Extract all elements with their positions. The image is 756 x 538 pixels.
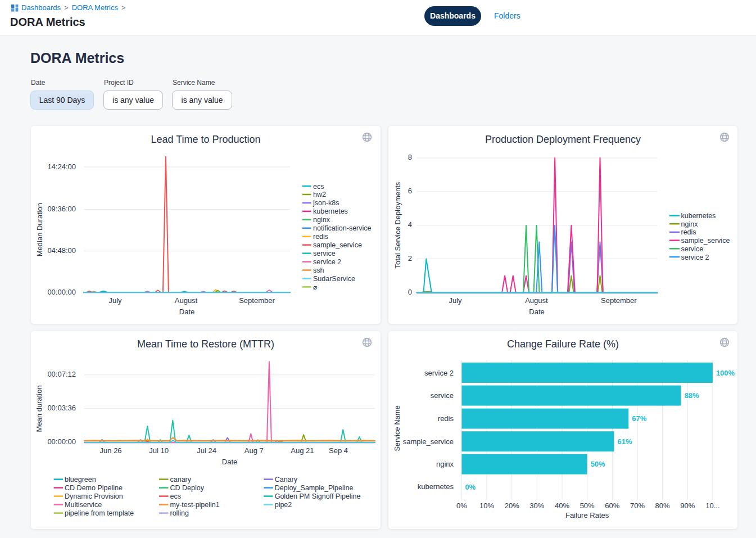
svg-text:ssh: ssh: [313, 266, 324, 274]
svg-text:service 2: service 2: [424, 369, 454, 377]
svg-text:CD Demo Pipeline: CD Demo Pipeline: [65, 484, 123, 492]
svg-text:service 2: service 2: [313, 258, 341, 266]
svg-text:Sep 4: Sep 4: [329, 446, 348, 455]
svg-text:service: service: [313, 250, 336, 257]
svg-text:40%: 40%: [555, 501, 569, 510]
svg-text:04:48:00: 04:48:00: [47, 246, 76, 255]
svg-text:service 2: service 2: [681, 254, 709, 261]
svg-text:canary: canary: [170, 476, 192, 483]
svg-text:redis: redis: [313, 233, 328, 241]
svg-text:August: August: [175, 296, 198, 305]
svg-text:67%: 67%: [632, 414, 646, 423]
svg-text:20%: 20%: [505, 501, 519, 510]
svg-text:Aug 7: Aug 7: [245, 446, 264, 455]
svg-text:Total Service Deployments: Total Service Deployments: [393, 182, 402, 268]
svg-text:redis: redis: [438, 414, 454, 423]
svg-text:Date: Date: [179, 308, 194, 316]
svg-text:88%: 88%: [685, 391, 699, 400]
svg-text:Multiservice: Multiservice: [65, 501, 102, 509]
svg-text:⌀: ⌀: [313, 283, 318, 291]
svg-text:61%: 61%: [617, 437, 632, 446]
svg-text:10%: 10%: [479, 501, 494, 510]
svg-text:hw2: hw2: [313, 191, 326, 198]
svg-text:Jun 26: Jun 26: [100, 446, 122, 455]
svg-text:14:24:00: 14:24:00: [47, 162, 76, 171]
svg-text:Change Failure Rate (%): Change Failure Rate (%): [507, 338, 619, 350]
svg-text:pipe2: pipe2: [275, 501, 292, 509]
svg-text:Date: Date: [529, 308, 544, 316]
svg-text:Deploy_Sample_Pipeline: Deploy_Sample_Pipeline: [275, 484, 354, 492]
svg-text:09:36:00: 09:36:00: [47, 205, 76, 213]
svg-text:50%: 50%: [591, 460, 605, 468]
svg-text:8: 8: [408, 153, 412, 161]
svg-text:Failure Rates: Failure Rates: [565, 511, 609, 519]
svg-text:10...: 10...: [705, 501, 719, 510]
svg-text:00:07:12: 00:07:12: [47, 370, 76, 378]
svg-text:json-k8s: json-k8s: [313, 199, 339, 207]
svg-text:kubernetes: kubernetes: [418, 482, 454, 491]
svg-text:sample_service: sample_service: [313, 241, 362, 249]
svg-text:ecs: ecs: [170, 492, 181, 500]
svg-text:kubernetes: kubernetes: [681, 212, 716, 220]
svg-text:rolling: rolling: [170, 509, 189, 517]
svg-text:bluegreen: bluegreen: [65, 476, 96, 483]
svg-text:0%: 0%: [456, 501, 467, 510]
svg-text:nginx: nginx: [313, 216, 331, 224]
svg-text:pipeline from template: pipeline from template: [65, 509, 134, 517]
svg-text:nginx: nginx: [436, 460, 454, 468]
svg-text:service: service: [681, 245, 704, 253]
svg-text:Date: Date: [222, 458, 237, 466]
svg-text:2: 2: [408, 254, 412, 263]
svg-text:80%: 80%: [655, 501, 670, 510]
svg-text:notification-service: notification-service: [313, 224, 372, 232]
svg-text:nginx: nginx: [681, 220, 699, 228]
svg-text:30%: 30%: [529, 501, 544, 510]
svg-text:Golden PM Signoff Pipeline: Golden PM Signoff Pipeline: [275, 492, 361, 500]
svg-text:sample_service: sample_service: [403, 437, 454, 446]
svg-text:September: September: [239, 296, 275, 305]
svg-text:September: September: [601, 296, 637, 305]
svg-text:Production Deployment Frequenc: Production Deployment Frequency: [485, 134, 641, 145]
svg-text:0: 0: [408, 288, 412, 296]
svg-text:Jul 10: Jul 10: [149, 446, 169, 455]
svg-text:90%: 90%: [680, 501, 695, 510]
svg-text:Dynamic Provision: Dynamic Provision: [65, 492, 123, 500]
svg-text:50%: 50%: [580, 501, 595, 510]
svg-text:August: August: [525, 296, 548, 305]
svg-text:kubernetes: kubernetes: [313, 207, 348, 215]
svg-text:70%: 70%: [630, 501, 645, 510]
svg-text:0%: 0%: [465, 483, 476, 491]
svg-text:July: July: [108, 296, 122, 305]
svg-text:6: 6: [408, 187, 412, 195]
svg-text:redis: redis: [681, 228, 696, 236]
svg-text:SudarService: SudarService: [313, 275, 355, 283]
svg-text:Aug 21: Aug 21: [291, 446, 314, 455]
svg-text:Lead Time to Production: Lead Time to Production: [151, 134, 260, 145]
svg-text:60%: 60%: [605, 501, 619, 510]
svg-text:00:00:00: 00:00:00: [47, 437, 76, 446]
svg-text:Median Duration: Median Duration: [35, 203, 44, 256]
svg-text:00:03:36: 00:03:36: [47, 404, 76, 412]
svg-text:July: July: [449, 296, 462, 305]
svg-text:Mean Time to Restore (MTTR): Mean Time to Restore (MTTR): [137, 338, 274, 350]
svg-text:00:00:00: 00:00:00: [47, 288, 76, 296]
svg-text:Service Name: Service Name: [393, 405, 401, 451]
svg-text:Mean duration: Mean duration: [35, 385, 44, 432]
svg-text:ecs: ecs: [313, 183, 324, 191]
svg-text:my-test-pipelin1: my-test-pipelin1: [170, 501, 220, 509]
svg-text:4: 4: [408, 220, 412, 229]
svg-text:CD Deploy: CD Deploy: [170, 484, 205, 492]
svg-text:Canary: Canary: [275, 476, 298, 483]
svg-text:100%: 100%: [716, 369, 735, 377]
svg-text:sample_service: sample_service: [681, 237, 730, 245]
svg-text:service: service: [431, 391, 454, 400]
svg-text:Jul 24: Jul 24: [197, 446, 216, 455]
